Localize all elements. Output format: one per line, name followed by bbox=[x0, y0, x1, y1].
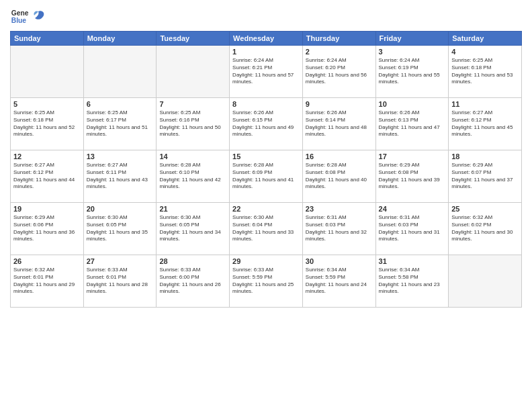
day-number: 17 bbox=[379, 152, 446, 161]
day-cell bbox=[11, 46, 84, 98]
day-info: Sunrise: 6:27 AMSunset: 6:11 PMDaylight:… bbox=[87, 162, 154, 191]
page: General Blue SundayMondayTuesdayWednesda… bbox=[0, 0, 532, 411]
day-number: 9 bbox=[306, 100, 373, 108]
weekday-header-monday: Monday bbox=[83, 32, 157, 46]
day-cell: 19Sunrise: 6:29 AMSunset: 6:06 PMDayligh… bbox=[11, 203, 84, 255]
day-cell: 17Sunrise: 6:29 AMSunset: 6:08 PMDayligh… bbox=[375, 150, 449, 203]
day-number: 24 bbox=[379, 205, 446, 213]
weekday-header-friday: Friday bbox=[375, 32, 449, 46]
day-number: 30 bbox=[306, 257, 373, 265]
day-number: 26 bbox=[13, 257, 81, 265]
day-info: Sunrise: 6:31 AMSunset: 6:03 PMDaylight:… bbox=[306, 214, 373, 243]
day-cell: 28Sunrise: 6:33 AMSunset: 6:00 PMDayligh… bbox=[157, 255, 230, 308]
day-number: 18 bbox=[451, 152, 519, 161]
day-cell: 31Sunrise: 6:34 AMSunset: 5:58 PMDayligh… bbox=[375, 255, 449, 308]
day-cell: 11Sunrise: 6:27 AMSunset: 6:12 PMDayligh… bbox=[449, 98, 522, 150]
day-info: Sunrise: 6:28 AMSunset: 6:09 PMDaylight:… bbox=[232, 162, 300, 191]
day-number: 7 bbox=[159, 100, 226, 108]
day-cell: 2Sunrise: 6:24 AMSunset: 6:20 PMDaylight… bbox=[302, 46, 375, 98]
day-number: 19 bbox=[13, 205, 81, 213]
day-info: Sunrise: 6:25 AMSunset: 6:18 PMDaylight:… bbox=[451, 57, 519, 86]
day-cell: 27Sunrise: 6:33 AMSunset: 6:01 PMDayligh… bbox=[83, 255, 157, 308]
logo: General Blue bbox=[10, 7, 45, 26]
day-cell: 9Sunrise: 6:26 AMSunset: 6:14 PMDaylight… bbox=[302, 98, 375, 150]
day-number: 2 bbox=[306, 48, 373, 56]
day-cell: 13Sunrise: 6:27 AMSunset: 6:11 PMDayligh… bbox=[83, 150, 157, 203]
day-cell: 20Sunrise: 6:30 AMSunset: 6:05 PMDayligh… bbox=[83, 203, 157, 255]
day-info: Sunrise: 6:25 AMSunset: 6:17 PMDaylight:… bbox=[87, 109, 154, 138]
day-info: Sunrise: 6:33 AMSunset: 6:01 PMDaylight:… bbox=[87, 267, 154, 295]
day-info: Sunrise: 6:31 AMSunset: 6:03 PMDaylight:… bbox=[379, 214, 446, 243]
day-cell: 4Sunrise: 6:25 AMSunset: 6:18 PMDaylight… bbox=[449, 46, 522, 98]
day-number: 21 bbox=[159, 205, 226, 213]
day-info: Sunrise: 6:24 AMSunset: 6:19 PMDaylight:… bbox=[379, 57, 446, 86]
day-cell bbox=[83, 46, 157, 98]
day-number: 5 bbox=[13, 100, 81, 108]
day-info: Sunrise: 6:32 AMSunset: 6:02 PMDaylight:… bbox=[451, 214, 519, 243]
day-cell: 24Sunrise: 6:31 AMSunset: 6:03 PMDayligh… bbox=[375, 203, 449, 255]
day-number: 10 bbox=[379, 100, 446, 108]
day-number: 13 bbox=[87, 152, 154, 161]
day-cell bbox=[449, 255, 522, 308]
day-cell: 1Sunrise: 6:24 AMSunset: 6:21 PMDaylight… bbox=[230, 46, 303, 98]
day-cell: 22Sunrise: 6:30 AMSunset: 6:04 PMDayligh… bbox=[230, 203, 303, 255]
day-number: 25 bbox=[451, 205, 519, 213]
day-number: 8 bbox=[232, 100, 300, 108]
day-info: Sunrise: 6:28 AMSunset: 6:10 PMDaylight:… bbox=[159, 162, 226, 191]
day-info: Sunrise: 6:30 AMSunset: 6:04 PMDaylight:… bbox=[232, 214, 300, 243]
day-info: Sunrise: 6:28 AMSunset: 6:08 PMDaylight:… bbox=[306, 162, 373, 191]
weekday-header-tuesday: Tuesday bbox=[157, 32, 230, 46]
day-number: 6 bbox=[87, 100, 154, 108]
header: General Blue bbox=[10, 7, 522, 26]
day-cell: 7Sunrise: 6:25 AMSunset: 6:16 PMDaylight… bbox=[157, 98, 230, 150]
day-info: Sunrise: 6:26 AMSunset: 6:14 PMDaylight:… bbox=[306, 109, 373, 138]
day-cell: 18Sunrise: 6:29 AMSunset: 6:07 PMDayligh… bbox=[449, 150, 522, 203]
day-info: Sunrise: 6:30 AMSunset: 6:05 PMDaylight:… bbox=[159, 214, 226, 243]
day-number: 14 bbox=[159, 152, 226, 161]
day-number: 31 bbox=[379, 257, 446, 265]
logo-icon: General Blue bbox=[10, 7, 29, 26]
day-number: 4 bbox=[451, 48, 519, 56]
day-cell: 26Sunrise: 6:32 AMSunset: 6:01 PMDayligh… bbox=[11, 255, 84, 308]
calendar: SundayMondayTuesdayWednesdayThursdayFrid… bbox=[10, 31, 522, 308]
day-cell: 30Sunrise: 6:34 AMSunset: 5:59 PMDayligh… bbox=[302, 255, 375, 308]
day-info: Sunrise: 6:33 AMSunset: 6:00 PMDaylight:… bbox=[159, 267, 226, 295]
day-info: Sunrise: 6:26 AMSunset: 6:13 PMDaylight:… bbox=[379, 109, 446, 138]
day-info: Sunrise: 6:33 AMSunset: 5:59 PMDaylight:… bbox=[232, 267, 300, 295]
day-cell: 3Sunrise: 6:24 AMSunset: 6:19 PMDaylight… bbox=[375, 46, 449, 98]
day-cell: 6Sunrise: 6:25 AMSunset: 6:17 PMDaylight… bbox=[83, 98, 157, 150]
day-info: Sunrise: 6:27 AMSunset: 6:12 PMDaylight:… bbox=[13, 162, 81, 191]
day-number: 27 bbox=[87, 257, 154, 265]
day-number: 20 bbox=[87, 205, 154, 213]
day-number: 22 bbox=[232, 205, 300, 213]
day-number: 11 bbox=[451, 100, 519, 108]
day-info: Sunrise: 6:24 AMSunset: 6:21 PMDaylight:… bbox=[232, 57, 300, 86]
svg-text:General: General bbox=[11, 9, 29, 17]
week-row-2: 5Sunrise: 6:25 AMSunset: 6:18 PMDaylight… bbox=[11, 98, 522, 150]
day-number: 15 bbox=[232, 152, 300, 161]
week-row-5: 26Sunrise: 6:32 AMSunset: 6:01 PMDayligh… bbox=[11, 255, 522, 308]
day-number: 1 bbox=[232, 48, 300, 56]
weekday-header-wednesday: Wednesday bbox=[230, 32, 303, 46]
day-number: 16 bbox=[306, 152, 373, 161]
week-row-1: 1Sunrise: 6:24 AMSunset: 6:21 PMDaylight… bbox=[11, 46, 522, 98]
day-info: Sunrise: 6:24 AMSunset: 6:20 PMDaylight:… bbox=[306, 57, 373, 86]
day-number: 29 bbox=[232, 257, 300, 265]
day-info: Sunrise: 6:30 AMSunset: 6:05 PMDaylight:… bbox=[87, 214, 154, 243]
weekday-header-thursday: Thursday bbox=[302, 32, 375, 46]
day-number: 23 bbox=[306, 205, 373, 213]
day-cell: 5Sunrise: 6:25 AMSunset: 6:18 PMDaylight… bbox=[11, 98, 84, 150]
day-cell: 8Sunrise: 6:26 AMSunset: 6:15 PMDaylight… bbox=[230, 98, 303, 150]
day-number: 3 bbox=[379, 48, 446, 56]
day-info: Sunrise: 6:32 AMSunset: 6:01 PMDaylight:… bbox=[13, 267, 81, 295]
weekday-header-saturday: Saturday bbox=[449, 32, 522, 46]
day-info: Sunrise: 6:26 AMSunset: 6:15 PMDaylight:… bbox=[232, 109, 300, 138]
day-cell: 14Sunrise: 6:28 AMSunset: 6:10 PMDayligh… bbox=[157, 150, 230, 203]
logo-bird-icon bbox=[32, 9, 45, 24]
svg-text:Blue: Blue bbox=[11, 17, 27, 24]
day-number: 12 bbox=[13, 152, 81, 161]
day-info: Sunrise: 6:27 AMSunset: 6:12 PMDaylight:… bbox=[451, 109, 519, 138]
day-info: Sunrise: 6:34 AMSunset: 5:58 PMDaylight:… bbox=[379, 267, 446, 295]
day-cell bbox=[157, 46, 230, 98]
weekday-header-row: SundayMondayTuesdayWednesdayThursdayFrid… bbox=[11, 32, 522, 46]
